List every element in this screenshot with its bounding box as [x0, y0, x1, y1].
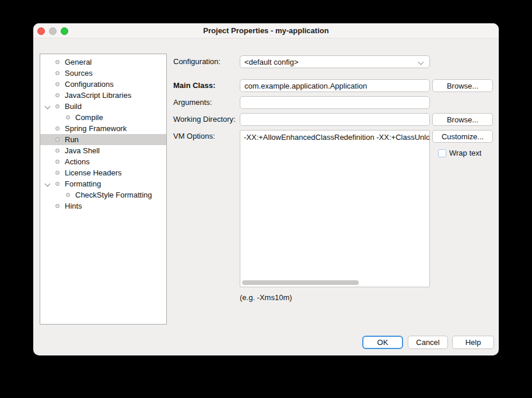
- tree-item[interactable]: Sources: [40, 68, 166, 79]
- tree-item-label: Sources: [65, 69, 93, 78]
- category-icon: [55, 71, 60, 75]
- tree-item[interactable]: Actions: [40, 156, 166, 167]
- main-class-browse-button[interactable]: Browse...: [432, 79, 493, 92]
- configuration-value: <default config>: [244, 58, 299, 66]
- help-button[interactable]: Help: [452, 336, 494, 349]
- traffic-lights: [37, 27, 68, 35]
- titlebar[interactable]: Project Properties - my-application: [33, 23, 499, 38]
- tree-item-label: Build: [65, 102, 82, 111]
- working-directory-label: Working Directory:: [173, 115, 236, 124]
- vm-options-hint: (e.g. -Xms10m): [240, 293, 292, 302]
- horizontal-scrollbar[interactable]: [242, 280, 359, 285]
- tree-item-label: Configurations: [65, 80, 114, 89]
- category-icon: [55, 160, 60, 164]
- main-class-input[interactable]: [240, 79, 430, 92]
- tree-item[interactable]: JavaScript Libraries: [40, 90, 166, 101]
- category-icon: [55, 182, 60, 186]
- tree-item-label: License Headers: [65, 168, 122, 177]
- tree-item-label: Spring Framework: [65, 124, 127, 133]
- zoom-button[interactable]: [61, 27, 68, 35]
- tree-item[interactable]: License Headers: [40, 167, 166, 178]
- tree-item[interactable]: Spring Framework: [40, 123, 166, 134]
- category-icon: [55, 138, 60, 142]
- chevron-down-icon: [419, 60, 423, 64]
- tree-item-label: CheckStyle Formatting: [75, 191, 152, 199]
- tree-item[interactable]: Formatting: [40, 178, 166, 189]
- tree-item-label: Formatting: [65, 179, 101, 188]
- customize-button[interactable]: Customize...: [432, 130, 493, 143]
- category-icon: [66, 115, 70, 119]
- tree-item[interactable]: Hints: [40, 200, 166, 212]
- category-icon: [55, 171, 60, 175]
- desktop-background: Project Properties - my-application Cate…: [0, 0, 532, 398]
- arguments-label: Arguments:: [173, 98, 212, 107]
- tree-item[interactable]: General: [40, 57, 166, 68]
- category-icon: [55, 60, 60, 64]
- tree-item-label: Run: [65, 135, 79, 144]
- wrap-text-option[interactable]: Wrap text: [438, 149, 481, 157]
- tree-item[interactable]: Run: [40, 134, 166, 145]
- wrap-text-label: Wrap text: [449, 149, 481, 157]
- vm-options-value: -XX:+AllowEnhancedClassRedefinition -XX:…: [240, 131, 429, 144]
- tree-item[interactable]: Compile: [40, 112, 166, 123]
- category-icon: [55, 82, 60, 86]
- category-icon: [55, 126, 60, 131]
- category-icon: [55, 149, 60, 153]
- arguments-input[interactable]: [240, 96, 430, 109]
- category-icon: [55, 204, 60, 208]
- chevron-down-icon[interactable]: [44, 103, 52, 111]
- vm-options-label: VM Options:: [173, 132, 215, 140]
- tree-item-label: Actions: [65, 157, 90, 166]
- tree-item-label: General: [65, 58, 92, 66]
- tree-item-label: JavaScript Libraries: [65, 91, 131, 100]
- category-icon: [66, 193, 70, 197]
- categories-tree[interactable]: General Sources Configurations: [40, 54, 167, 325]
- category-icon: [55, 93, 60, 97]
- tree-item[interactable]: Configurations: [40, 79, 166, 90]
- working-directory-browse-button[interactable]: Browse...: [432, 113, 493, 126]
- chevron-down-icon[interactable]: [44, 180, 52, 188]
- window-title: Project Properties - my-application: [33, 23, 499, 38]
- tree-item[interactable]: Build: [40, 101, 166, 112]
- cancel-button[interactable]: Cancel: [408, 336, 448, 349]
- close-button[interactable]: [37, 27, 45, 35]
- configuration-label: Configuration:: [173, 57, 220, 66]
- vm-options-textarea[interactable]: -XX:+AllowEnhancedClassRedefinition -XX:…: [240, 130, 430, 287]
- tree-item-label: Compile: [75, 113, 103, 122]
- wrap-text-checkbox[interactable]: [438, 149, 446, 157]
- tree-item-label: Java Shell: [65, 146, 100, 155]
- category-icon: [55, 104, 60, 108]
- configuration-select[interactable]: <default config>: [240, 55, 430, 68]
- main-class-label: Main Class:: [173, 81, 215, 90]
- minimize-button[interactable]: [49, 27, 57, 35]
- tree-item[interactable]: Java Shell: [40, 145, 166, 156]
- working-directory-input[interactable]: [240, 113, 430, 126]
- tree-item-label: Hints: [65, 202, 82, 210]
- ok-button[interactable]: OK: [362, 336, 403, 349]
- tree-item[interactable]: CheckStyle Formatting: [40, 189, 166, 200]
- project-properties-dialog: Project Properties - my-application Cate…: [33, 23, 499, 355]
